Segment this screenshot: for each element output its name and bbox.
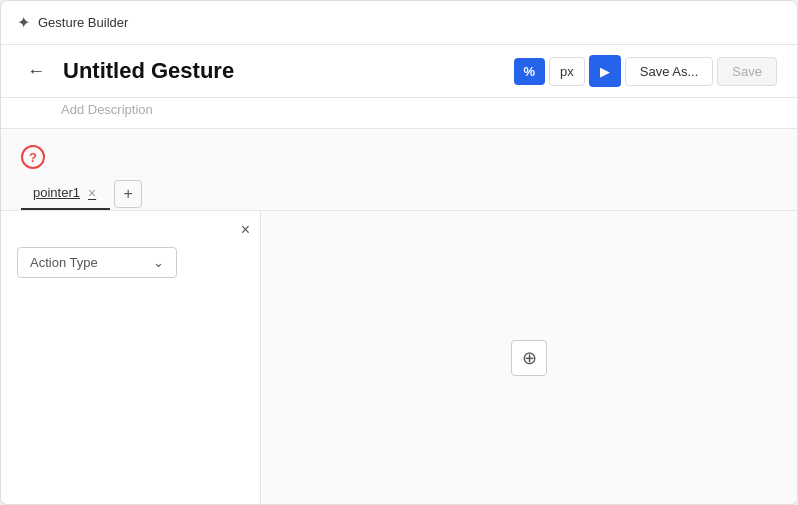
right-panel: ⊕ [261,211,797,504]
left-panel: × Action Type ⌄ [1,211,261,504]
play-icon: ▶ [600,64,610,79]
question-row: ? [1,129,797,177]
back-arrow-icon: ← [27,61,45,82]
add-description-text[interactable]: Add Description [61,102,153,117]
content-area: ? pointer1 × + × Action Type ⌄ [1,129,797,504]
question-icon: ? [21,145,45,169]
add-center-icon[interactable]: ⊕ [511,340,547,376]
description-bar: Add Description [1,98,797,128]
title-bar-text: Gesture Builder [38,15,128,30]
panel-close-button[interactable]: × [241,221,250,239]
title-bar: ✦ Gesture Builder [1,1,797,45]
tab-close-button[interactable]: × [86,186,98,200]
gesture-title: Untitled Gesture [63,58,514,84]
header-actions: % px ▶ Save As... Save [514,55,777,87]
back-button[interactable]: ← [21,59,51,84]
tab-add-button[interactable]: + [114,180,142,208]
percent-button[interactable]: % [514,58,546,85]
main-panel: × Action Type ⌄ ⊕ [1,211,797,504]
chevron-down-icon: ⌄ [153,255,164,270]
action-type-label: Action Type [30,255,98,270]
header: ← Untitled Gesture % px ▶ Save As... Sav… [1,45,797,98]
px-button[interactable]: px [549,57,585,86]
save-button[interactable]: Save [717,57,777,86]
gesture-builder-icon: ✦ [17,13,30,32]
tab-label: pointer1 [33,185,80,200]
save-as-button[interactable]: Save As... [625,57,714,86]
main-window: ✦ Gesture Builder ← Untitled Gesture % p… [0,0,798,505]
tabs-row: pointer1 × + [1,177,797,211]
plus-circle-icon: ⊕ [522,347,537,369]
action-type-dropdown[interactable]: Action Type ⌄ [17,247,177,278]
play-button[interactable]: ▶ [589,55,621,87]
tab-pointer1[interactable]: pointer1 × [21,177,110,210]
